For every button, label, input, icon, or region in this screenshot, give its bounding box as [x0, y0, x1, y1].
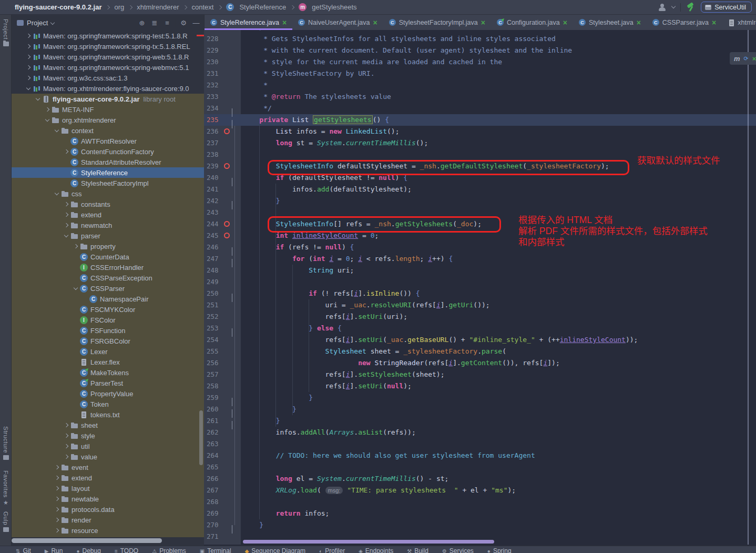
tree-item-maketokens[interactable]: CMakeTokens [12, 367, 204, 378]
tree-item-lexer[interactable]: CLexer [12, 346, 204, 357]
chevron-right-icon[interactable] [62, 434, 70, 437]
breakpoint-icon[interactable] [224, 163, 230, 169]
code-line-253[interactable]: 253 } else { [204, 323, 756, 334]
editor-tab-cssparser-java[interactable]: CCSSParser.java× [647, 15, 722, 30]
close-icon[interactable]: × [752, 55, 756, 63]
code-line-255[interactable]: 255 Stylesheet sheet = _stylesheetFactor… [204, 346, 756, 357]
chevron-right-icon[interactable] [24, 76, 33, 79]
chevron-right-icon[interactable] [24, 45, 33, 48]
tree-item-css[interactable]: css [12, 188, 204, 199]
code-line-263[interactable]: 263 [204, 438, 756, 450]
tool-window-button-favorites[interactable]: Favorites★ [0, 470, 12, 505]
code-line-242[interactable]: 242 } [204, 195, 756, 207]
code-line-252[interactable]: 252 refs[i].setUri(uri); [204, 311, 756, 323]
chevron-right-icon[interactable] [62, 203, 70, 206]
tree-item-property[interactable]: property [12, 241, 204, 252]
tree-item-awtfontresolver[interactable]: CAWTFontResolver [12, 136, 204, 146]
statusbar-item-build[interactable]: ⚒Build [407, 547, 428, 553]
breadcrumb-item-flying-saucer-core-9-0-2-jar[interactable]: flying-saucer-core-9.0.2.jar [15, 3, 101, 11]
tree-item-extend[interactable]: extend [12, 209, 204, 220]
breadcrumb-item-getstylesheets[interactable]: mgetStylesheets [299, 3, 356, 11]
tree-item-parser[interactable]: parser [12, 230, 204, 241]
editor-horizontal-scrollbar[interactable] [243, 540, 494, 544]
breakpoint-icon[interactable] [224, 233, 230, 238]
chevron-right-icon[interactable] [53, 497, 61, 500]
tree-item-sheet[interactable]: sheet [12, 420, 204, 430]
code-line-267[interactable]: 267 XRLog.load( msg: "TIME: parse styles… [204, 485, 756, 496]
breakpoint-icon[interactable] [224, 221, 230, 227]
tree-item-contentfunctionfactory[interactable]: CContentFunctionFactory [12, 146, 204, 157]
project-tree-vertical-scrollbar[interactable] [199, 410, 203, 465]
tree-item-fscmykcolor[interactable]: CFSCMYKColor [12, 304, 204, 315]
statusbar-item-sequence-diagram[interactable]: ◆Sequence Diagram [245, 547, 305, 553]
tree-item-simple[interactable]: simple [12, 536, 204, 537]
chevron-right-icon[interactable] [24, 55, 33, 58]
close-icon[interactable]: × [481, 19, 485, 26]
code-line-237[interactable]: 237 long st = System.currentTimeMillis()… [204, 137, 756, 149]
project-tree-horizontal-scrollbar[interactable] [12, 538, 162, 543]
tree-item-context[interactable]: context [12, 125, 204, 136]
code-line-265[interactable]: 265 [204, 461, 756, 473]
chevron-right-icon[interactable] [62, 424, 70, 427]
chevron-down-icon[interactable] [50, 21, 55, 25]
tree-item-standardattributeresolver[interactable]: CStandardAttributeResolver [12, 157, 204, 167]
chevron-right-icon[interactable] [24, 34, 33, 37]
code-line-233[interactable]: 233 * @return The stylesheets value [204, 91, 756, 103]
code-line-270[interactable]: 270 } [204, 519, 756, 531]
run-configuration-select[interactable]: ServiceUtil [701, 2, 752, 13]
code-line-230[interactable]: 230 * style for the current media are lo… [204, 56, 756, 68]
tree-item-protocols-data[interactable]: protocols.data [12, 504, 204, 515]
tree-item-flying-saucer-core-9-0-2-jar[interactable]: flying-saucer-core-9.0.2.jarlibrary root [12, 94, 204, 104]
code-line-260[interactable]: 260 } [204, 404, 756, 415]
tree-item-maven-org-springframework-spring-webmvc-5-1[interactable]: Maven: org.springframework:spring-webmvc… [12, 62, 204, 73]
tree-item-token[interactable]: CToken [12, 399, 204, 409]
code-line-268[interactable]: 268 [204, 496, 756, 508]
code-line-250[interactable]: 250 if (! refs[i].isInline()) { [204, 288, 756, 299]
chevron-right-icon[interactable] [53, 487, 61, 490]
close-icon[interactable]: × [712, 19, 716, 26]
tree-item-counterdata[interactable]: CCounterData [12, 252, 204, 262]
close-icon[interactable]: × [563, 19, 567, 26]
chevron-right-icon[interactable] [71, 245, 80, 248]
tree-item-extend[interactable]: extend [12, 472, 204, 483]
tree-item-maven-org-springframework-spring-test-5-1-8-r[interactable]: Maven: org.springframework:spring-test:5… [12, 31, 204, 41]
editor-tab-xhtmlrenderer-conf[interactable]: xhtmlrenderer.conf× [722, 15, 756, 30]
tree-item-maven-org-xhtmlrenderer-flying-saucer-core-9-0[interactable]: Maven: org.xhtmlrenderer:flying-saucer-c… [12, 83, 204, 94]
tool-window-button-project[interactable]: Project [0, 19, 12, 46]
tree-item-constants[interactable]: constants [12, 199, 204, 209]
code-line-249[interactable]: 249 [204, 276, 756, 288]
statusbar-item-debug[interactable]: ●Debug [76, 547, 100, 553]
close-icon[interactable]: × [282, 19, 287, 26]
expand-all-icon[interactable]: ≣ [150, 19, 159, 27]
code-line-235[interactable]: 235 private List getStylesheets() { [204, 114, 756, 126]
statusbar-item-git[interactable]: ⇅Git [16, 547, 31, 553]
hide-panel-icon[interactable]: — [191, 19, 201, 27]
code-line-259[interactable]: 259 } [204, 392, 756, 404]
chevron-right-icon[interactable] [62, 224, 70, 227]
statusbar-item-terminal[interactable]: ▣Terminal [200, 547, 231, 553]
editor-tab-stylesheet-java[interactable]: CStylesheet.java× [573, 15, 647, 30]
chevron-right-icon[interactable] [43, 108, 52, 111]
code-line-247[interactable]: 247 for (int i = 0; i < refs.length; i++… [204, 253, 756, 265]
tree-item-maven-org-w3c-css-sac-1-3[interactable]: Maven: org.w3c.css:sac:1.3 [12, 73, 204, 83]
tree-item-stylesheetfactoryimpl[interactable]: CStylesheetFactoryImpl [12, 178, 204, 188]
chevron-right-icon[interactable] [62, 213, 70, 216]
code-line-241[interactable]: 241 infos.add(defaultStylesheet); [204, 184, 756, 195]
code-line-257[interactable]: 257 refs[i].setStylesheet(sheet); [204, 369, 756, 380]
code-line-262[interactable]: 262 infos.addAll(Arrays.asList(refs)); [204, 427, 756, 438]
tree-item-event[interactable]: event [12, 462, 204, 472]
tree-item-render[interactable]: render [12, 515, 204, 525]
statusbar-item-run[interactable]: ▶Run [45, 547, 63, 553]
editor-tab-configuration-java[interactable]: CConfiguration.java× [491, 15, 573, 30]
tree-item-util[interactable]: util [12, 441, 204, 451]
build-hammer-icon[interactable] [686, 3, 696, 12]
collapse-all-icon[interactable]: ≡ [162, 19, 172, 27]
tool-window-button-gulp[interactable]: Gulp [0, 511, 12, 532]
code-line-229[interactable]: 229 * with the current document. Default… [204, 45, 756, 56]
code-line-256[interactable]: 256 new StringReader(refs[i].getContent(… [204, 357, 756, 369]
statusbar-item-services[interactable]: ⚙Services [442, 547, 474, 553]
chevron-right-icon[interactable] [53, 518, 61, 521]
statusbar-item-todo[interactable]: ≡TODO [115, 547, 138, 553]
editor-tab-naiveuseragent-java[interactable]: CNaiveUserAgent.java× [292, 15, 383, 30]
tree-item-newmatch[interactable]: newmatch [12, 220, 204, 230]
